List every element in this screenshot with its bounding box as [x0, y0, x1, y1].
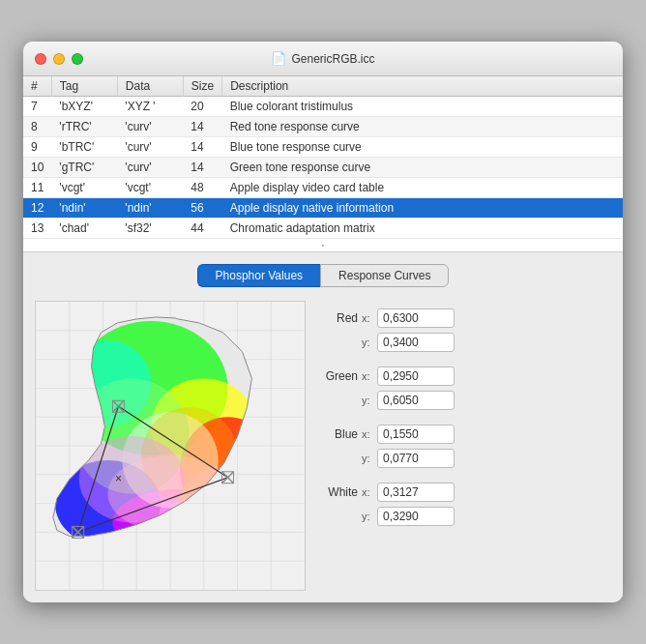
cell-tag: 'ndin': [51, 198, 117, 219]
cell-num: 11: [23, 178, 51, 198]
cell-data: 'ndin': [117, 198, 183, 219]
table-row[interactable]: 11 'vcgt' 'vcgt' 48 Apple display video …: [23, 178, 623, 198]
table-row[interactable]: 12 'ndin' 'ndin' 56 Apple display native…: [23, 198, 623, 219]
blue-x-label: x:: [362, 428, 373, 440]
spacer-2: [321, 415, 611, 421]
titlebar: 📄 GenericRGB.icc: [23, 42, 623, 76]
white-y-row: y:: [321, 507, 611, 526]
red-x-label: x:: [362, 312, 373, 324]
cell-size: 44: [183, 219, 221, 239]
blue-y-label: y:: [362, 453, 373, 464]
close-button[interactable]: [35, 53, 46, 65]
cell-tag: 'bTRC': [51, 137, 117, 158]
col-desc: Description: [222, 76, 623, 97]
white-x-row: White x:: [321, 483, 611, 502]
bottom-panel: Phosphor Values Response Curves: [23, 252, 623, 602]
cell-tag: 'bXYZ': [51, 97, 117, 117]
blue-y-input[interactable]: [377, 449, 455, 468]
red-y-input[interactable]: [377, 333, 455, 352]
minimize-button[interactable]: [53, 53, 65, 65]
cie-diagram-container: ×: [35, 301, 306, 591]
red-y-row: y:: [321, 333, 611, 352]
white-x-label: x:: [362, 486, 373, 498]
table-row[interactable]: 7 'bXYZ' 'XYZ ' 20 Blue colorant tristim…: [23, 97, 623, 117]
cell-desc: Chromatic adaptation matrix: [222, 219, 623, 239]
cell-data: 'sf32': [117, 219, 183, 239]
table-row[interactable]: 10 'gTRC' 'curv' 14 Green tone response …: [23, 158, 623, 178]
cell-data: 'curv': [117, 117, 183, 137]
table-row[interactable]: 13 'chad' 'sf32' 44 Chromatic adaptation…: [23, 219, 623, 239]
white-y-label: y:: [362, 511, 373, 522]
green-x-label: x:: [362, 370, 373, 382]
cell-tag: 'chad': [51, 219, 117, 239]
cell-num: 12: [23, 198, 51, 219]
col-num: #: [23, 76, 51, 97]
white-x-input[interactable]: [377, 483, 455, 502]
blue-x-row: Blue x:: [321, 424, 611, 444]
col-data: Data: [117, 76, 183, 97]
cell-data: 'curv': [117, 158, 183, 178]
cell-size: 14: [183, 137, 221, 158]
cell-num: 9: [23, 137, 51, 158]
col-size: Size: [183, 76, 221, 97]
svg-text:×: ×: [115, 472, 122, 485]
cell-size: 20: [183, 97, 221, 117]
cell-num: 10: [23, 158, 51, 178]
tabs-row: Phosphor Values Response Curves: [35, 264, 611, 287]
col-tag: Tag: [51, 76, 117, 97]
cell-desc: Blue colorant tristimulus: [222, 97, 623, 117]
scroll-indicator: •: [23, 241, 623, 249]
cell-size: 56: [183, 198, 221, 219]
blue-y-row: y:: [321, 449, 611, 468]
window-title: 📄 GenericRGB.icc: [271, 51, 374, 66]
cell-desc: Apple display native information: [222, 198, 623, 219]
cell-num: 7: [23, 97, 51, 117]
cell-tag: 'rTRC': [51, 117, 117, 137]
cell-num: 13: [23, 219, 51, 239]
table-header-row: # Tag Data Size Description: [23, 76, 623, 97]
white-y-input[interactable]: [377, 507, 455, 526]
tab-response-curves[interactable]: Response Curves: [320, 264, 449, 287]
cell-num: 8: [23, 117, 51, 137]
table-row[interactable]: 9 'bTRC' 'curv' 14 Blue tone response cu…: [23, 137, 623, 158]
cell-tag: 'vcgt': [51, 178, 117, 198]
cell-size: 14: [183, 117, 221, 137]
red-label: Red: [321, 311, 358, 325]
spacer-1: [321, 357, 611, 363]
blue-x-input[interactable]: [377, 424, 455, 444]
cie-diagram: ×: [36, 302, 305, 590]
file-icon: 📄: [271, 51, 286, 66]
green-x-input[interactable]: [377, 366, 455, 386]
window-title-text: GenericRGB.icc: [291, 52, 374, 66]
cell-data: 'XYZ ': [117, 97, 183, 117]
cell-size: 14: [183, 158, 221, 178]
red-x-input[interactable]: [377, 308, 455, 328]
cell-desc: Apple display video card table: [222, 178, 623, 198]
white-label: White: [321, 485, 358, 499]
cell-desc: Green tone response curve: [222, 158, 623, 178]
cell-data: 'curv': [117, 137, 183, 158]
maximize-button[interactable]: [72, 53, 83, 65]
green-y-input[interactable]: [377, 391, 455, 410]
red-x-row: Red x:: [321, 308, 611, 328]
table-row[interactable]: 8 'rTRC' 'curv' 14 Red tone response cur…: [23, 117, 623, 137]
blue-label: Blue: [321, 427, 358, 441]
cell-desc: Blue tone response curve: [222, 137, 623, 158]
tab-phosphor-values[interactable]: Phosphor Values: [197, 264, 321, 287]
values-panel: Red x: y: Green x: y:: [321, 301, 611, 591]
traffic-lights: [35, 53, 83, 65]
spacer-3: [321, 473, 611, 479]
tag-table: # Tag Data Size Description 7 'bXYZ' 'XY…: [23, 76, 623, 239]
green-y-row: y:: [321, 391, 611, 410]
cell-tag: 'gTRC': [51, 158, 117, 178]
cell-desc: Red tone response curve: [222, 117, 623, 137]
content-area: ×: [35, 301, 611, 591]
main-window: 📄 GenericRGB.icc # Tag Data Size Descrip…: [23, 42, 623, 602]
tag-table-container: # Tag Data Size Description 7 'bXYZ' 'XY…: [23, 76, 623, 252]
green-x-row: Green x:: [321, 366, 611, 386]
cell-data: 'vcgt': [117, 178, 183, 198]
cell-size: 48: [183, 178, 221, 198]
red-y-label: y:: [362, 337, 373, 348]
green-label: Green: [321, 369, 358, 383]
green-y-label: y:: [362, 395, 373, 406]
